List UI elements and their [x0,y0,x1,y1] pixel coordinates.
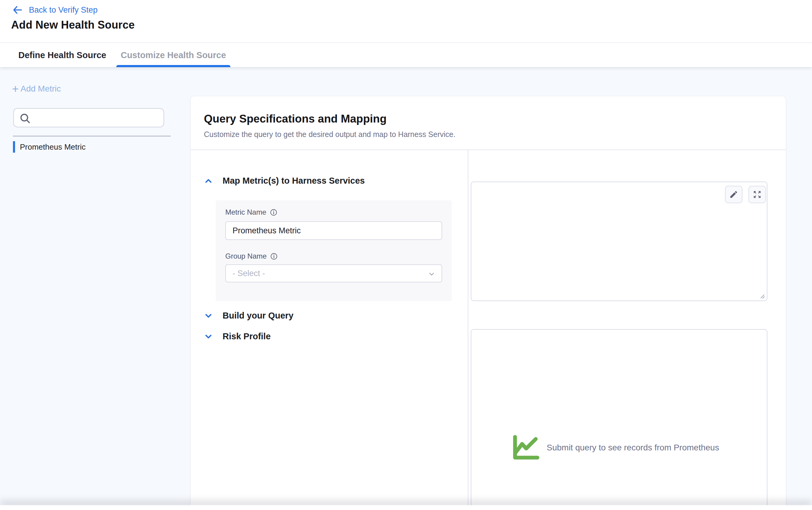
section-map-metrics-header[interactable]: Map Metric(s) to Harness Services [204,176,365,186]
metric-list-item-prometheus[interactable]: Prometheus Metric [13,141,176,153]
section-map-metrics-label: Map Metric(s) to Harness Services [223,176,365,186]
query-editor-box [471,182,767,301]
card-title: Query Specifications and Mapping [204,113,387,125]
bottom-footer-bar [0,505,812,510]
tab-customize-health-source[interactable]: Customize Health Source [116,43,231,67]
selected-indicator-bar [13,141,15,153]
metric-search-input[interactable] [14,109,164,127]
edit-query-button[interactable] [725,186,743,203]
back-to-verify-step-link[interactable]: Back to Verify Step [12,4,97,16]
chevron-up-icon [204,176,213,186]
metric-item-label: Prometheus Metric [20,142,86,152]
chevron-down-icon [204,332,213,341]
sidebar-divider [13,136,171,137]
page-title: Add New Health Source [11,19,135,31]
page-header: Back to Verify Step Add New Health Sourc… [0,0,812,43]
wizard-tabbar: Define Health Source Customize Health So… [0,43,812,67]
card-header-divider [191,150,786,150]
resize-handle[interactable] [758,292,765,299]
expand-query-button[interactable] [749,186,766,203]
query-textarea[interactable] [471,182,767,300]
tab-define-label: Define Health Source [18,50,106,60]
group-name-placeholder: - Select - [233,269,265,278]
metric-name-input[interactable] [225,221,442,240]
records-empty-state: Submit query to see records from Prometh… [510,434,719,461]
info-icon[interactable] [270,252,278,260]
map-metrics-form-panel: Metric Name Group Name [216,200,452,301]
plus-icon: + [12,85,19,93]
add-metric-label: Add Metric [21,84,61,94]
chevron-down-icon [204,311,213,321]
pencil-icon [729,190,738,199]
records-empty-message: Submit query to see records from Prometh… [547,443,719,452]
metrics-sidebar: + Add Metric Prometheus Metric [0,67,191,510]
app-root: Back to Verify Step Add New Health Sourc… [0,0,812,510]
records-box: Submit query to see records from Prometh… [471,329,767,510]
back-arrow-icon [12,5,23,15]
group-name-select[interactable]: - Select - [225,264,442,282]
card-subtitle: Customize the query to get the desired o… [204,130,455,139]
metric-search-box [13,108,164,127]
group-name-label-row: Group Name [225,252,278,261]
chevron-down-icon [428,270,436,278]
section-build-query-header[interactable]: Build your Query [204,311,293,321]
active-tab-underline [116,65,231,67]
section-risk-profile-header[interactable]: Risk Profile [204,331,271,341]
columns-divider [468,150,468,510]
tab-define-health-source[interactable]: Define Health Source [14,43,111,67]
fullscreen-icon [753,190,762,199]
tab-customize-label: Customize Health Source [121,50,226,60]
info-icon[interactable] [270,209,278,216]
metric-name-label-row: Metric Name [225,208,278,216]
section-risk-profile-label: Risk Profile [223,331,271,341]
query-specifications-card: Query Specifications and Mapping Customi… [191,96,786,510]
group-name-label: Group Name [225,252,266,261]
line-chart-icon [510,434,540,461]
content-area: + Add Metric Prometheus Metric Query Spe… [0,67,812,510]
add-metric-button[interactable]: + Add Metric [12,84,61,94]
section-build-query-label: Build your Query [223,311,293,321]
back-link-label: Back to Verify Step [29,5,97,15]
metric-name-label: Metric Name [225,208,266,216]
